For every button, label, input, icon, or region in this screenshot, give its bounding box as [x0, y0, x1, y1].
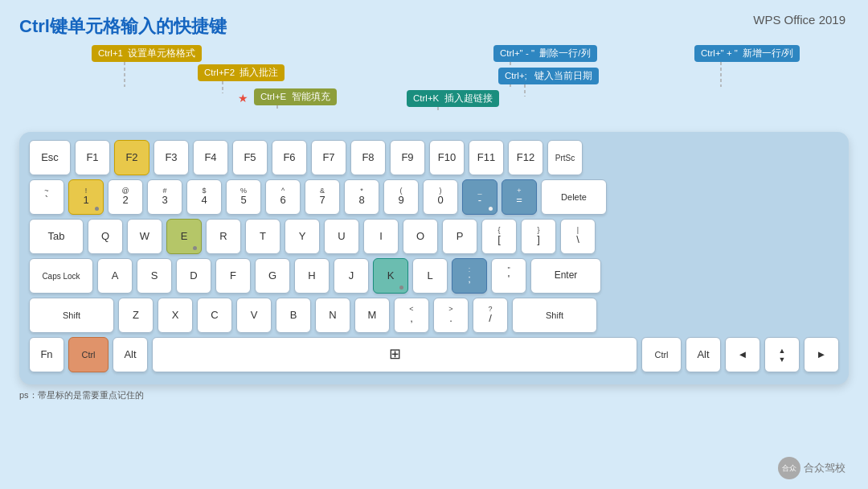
key-j[interactable]: J [334, 258, 369, 294]
key-tilde[interactable]: ~` [29, 179, 64, 215]
key-f10[interactable]: F10 [429, 140, 465, 175]
key-arrow-right[interactable]: ► [804, 337, 839, 372]
tooltip-ctrl-plus: Ctrl+" + " 新增一行/列 [694, 45, 722, 87]
key-e[interactable]: E [166, 219, 202, 254]
key-h[interactable]: H [294, 258, 330, 294]
page-container: Ctrl键单元格输入的快捷键 WPS Office 2019 Ctrl+1 设置… [0, 0, 868, 489]
tooltips-area: Ctrl+1 设置单元格格式 Ctrl+F2 插入批注 ★ Ctrl+E 智能填… [19, 43, 849, 130]
key-0[interactable]: )0 [423, 179, 458, 215]
tab-key-row: Tab Q W E R T Y U I O P {[ }] |\ [29, 219, 839, 254]
tooltip-ctrlk: Ctrl+K 插入超链接 [407, 90, 439, 111]
key-f3[interactable]: F3 [154, 140, 189, 175]
key-8[interactable]: *8 [344, 179, 379, 215]
key-quote[interactable]: "' [491, 258, 526, 294]
key-prtsc[interactable]: PrtSc [547, 140, 583, 175]
key-f12[interactable]: F12 [508, 140, 543, 175]
key-5[interactable]: %5 [226, 179, 261, 215]
key-ctrl-left[interactable]: Ctrl [68, 337, 108, 372]
key-minus[interactable]: _- [462, 179, 497, 215]
key-p[interactable]: P [442, 219, 477, 254]
key-equal[interactable]: += [502, 179, 537, 215]
brand-circle: 合众 [778, 457, 800, 479]
key-caps-lock[interactable]: Caps Lock [29, 258, 93, 294]
key-o[interactable]: O [403, 219, 438, 254]
key-2[interactable]: @2 [108, 179, 143, 215]
key-tab[interactable]: Tab [29, 219, 84, 254]
key-comma[interactable]: <, [394, 298, 429, 333]
key-period[interactable]: >. [433, 298, 469, 333]
fn-key-row: Esc F1 F2 F3 F4 F5 F6 F7 F8 F9 F10 F11 F… [29, 140, 839, 175]
key-arrow-left[interactable]: ◄ [725, 337, 760, 372]
header-title: Ctrl键单元格输入的快捷键 [19, 14, 849, 39]
key-u[interactable]: U [324, 219, 359, 254]
key-4[interactable]: $4 [186, 179, 222, 215]
key-f2[interactable]: F2 [114, 140, 149, 175]
shift-key-row: Shift Z X C V B N M <, >. ?/ Shift [29, 298, 839, 333]
brand-logo: 合众 合众驾校 [778, 457, 845, 479]
tooltip-ctrlf2: Ctrl+F2 插入批注 [198, 64, 223, 93]
key-r[interactable]: R [206, 219, 241, 254]
key-f[interactable]: F [215, 258, 251, 294]
key-shift-left[interactable]: Shift [29, 298, 114, 333]
key-enter[interactable]: Enter [530, 258, 601, 294]
key-alt-left[interactable]: Alt [113, 337, 148, 372]
key-dot-1 [95, 207, 99, 211]
key-b[interactable]: B [276, 298, 311, 333]
key-y[interactable]: Y [285, 219, 320, 254]
keyboard: Esc F1 F2 F3 F4 F5 F6 F7 F8 F9 F10 F11 F… [19, 132, 849, 384]
key-c[interactable]: C [197, 298, 232, 333]
key-s[interactable]: S [137, 258, 172, 294]
key-arrow-updown[interactable]: ▲▼ [764, 337, 800, 372]
key-a[interactable]: A [97, 258, 133, 294]
key-3[interactable]: #3 [147, 179, 182, 215]
bottom-key-row: Fn Ctrl Alt ⊞ Ctrl Alt ◄ ▲▼ ► [29, 337, 839, 372]
key-f4[interactable]: F4 [193, 140, 228, 175]
key-1[interactable]: !1 [68, 179, 104, 215]
key-f7[interactable]: F7 [311, 140, 346, 175]
key-backslash[interactable]: |\ [560, 219, 596, 254]
star-icon: ★ [238, 92, 248, 105]
key-6[interactable]: ^6 [265, 179, 301, 215]
key-f1[interactable]: F1 [75, 140, 110, 175]
key-7[interactable]: &7 [305, 179, 340, 215]
key-delete[interactable]: Delete [541, 179, 607, 215]
tooltip-ctrl1: Ctrl+1 设置单元格格式 [92, 45, 125, 87]
key-x[interactable]: X [158, 298, 193, 333]
key-g[interactable]: G [255, 258, 290, 294]
key-dot-k [399, 286, 403, 290]
key-n[interactable]: N [315, 298, 350, 333]
key-l[interactable]: L [412, 258, 448, 294]
brand-text: 合众驾校 [804, 461, 845, 475]
key-slash[interactable]: ?/ [473, 298, 508, 333]
key-esc[interactable]: Esc [29, 140, 71, 175]
key-w[interactable]: W [127, 219, 162, 254]
key-fn[interactable]: Fn [29, 337, 64, 372]
key-t[interactable]: T [245, 219, 280, 254]
key-d[interactable]: D [176, 258, 211, 294]
key-i[interactable]: I [363, 219, 399, 254]
key-space[interactable]: ⊞ [152, 337, 637, 372]
key-ctrl-right[interactable]: Ctrl [641, 337, 682, 372]
key-v[interactable]: V [236, 298, 272, 333]
num-key-row: ~` !1 @2 #3 $4 %5 ^6 &7 [29, 179, 839, 215]
key-k[interactable]: K [373, 258, 408, 294]
key-dot-e [193, 246, 197, 250]
key-lbracket[interactable]: {[ [481, 219, 517, 254]
key-dot-minus [489, 207, 493, 211]
key-z[interactable]: Z [118, 298, 154, 333]
key-semicolon[interactable]: :; [452, 258, 487, 294]
key-f8[interactable]: F8 [350, 140, 386, 175]
tooltip-ctrl-semi: Ctrl+; 键入当前日期 [498, 68, 526, 97]
key-alt-right[interactable]: Alt [686, 337, 721, 372]
key-m[interactable]: M [354, 298, 390, 333]
ps-note: ps：带星标的是需要重点记住的 [19, 389, 849, 401]
key-f11[interactable]: F11 [469, 140, 504, 175]
tooltip-ctrle: Ctrl+E 智能填充 [254, 88, 278, 109]
key-q[interactable]: Q [88, 219, 123, 254]
key-rbracket[interactable]: }] [521, 219, 556, 254]
key-f6[interactable]: F6 [272, 140, 307, 175]
key-f9[interactable]: F9 [390, 140, 425, 175]
key-9[interactable]: (9 [383, 179, 419, 215]
key-shift-right[interactable]: Shift [512, 298, 597, 333]
key-f5[interactable]: F5 [232, 140, 268, 175]
